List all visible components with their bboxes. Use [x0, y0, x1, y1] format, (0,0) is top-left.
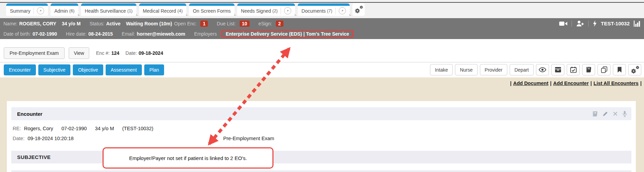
enc-date-value: 09-18-2024 — [139, 50, 163, 56]
re-age-sex: 34 y/o M — [95, 126, 114, 131]
date-label: Date: — [13, 136, 25, 141]
tab-settings-button[interactable] — [352, 3, 365, 16]
open-enc-badge[interactable]: 1 — [200, 21, 208, 27]
gears-icon[interactable] — [628, 64, 641, 75]
hire-date-value: 08-24-2015 — [88, 31, 113, 37]
section-nav-row: Encounter Subjective Objective Assessmen… — [0, 62, 644, 77]
encounter-card-title: Encounter — [11, 111, 42, 117]
tab-label: Needs Signed — [241, 8, 271, 14]
enc-date-label: Date: — [125, 50, 137, 56]
patient-age-sex: 34 y/o M — [62, 21, 81, 26]
lightning-icon[interactable] — [593, 20, 597, 27]
dob-value: 07-02-1990 — [32, 31, 57, 37]
depart-button[interactable]: Depart — [510, 64, 534, 75]
annotation-text: Employer/Payer not set if patient is lin… — [129, 155, 247, 161]
add-encounter-link[interactable]: Add Encounter — [553, 81, 589, 86]
popout-arrow-icon[interactable] — [339, 7, 346, 14]
tab-on-screen-forms[interactable]: On Screen Forms — [189, 3, 234, 16]
re-chart-id: (TEST-10032) — [122, 126, 153, 131]
tab-count: (4) — [177, 9, 183, 13]
action-links-row: |Add Document|Add Encounter|List All Enc… — [510, 81, 642, 86]
encounter-exam-type: Pre-Employment Exam — [223, 136, 274, 141]
enc-number-value: 124 — [111, 50, 119, 56]
patient-header-bar: Name: ROGERS, CORY 34 y/o M Status: Acti… — [0, 18, 644, 39]
status-label: Status: — [90, 21, 105, 26]
annotation-note-box: Employer/Payer not set if patient is lin… — [103, 147, 273, 169]
nurse-button[interactable]: Nurse — [455, 64, 477, 75]
book-icon[interactable] — [582, 64, 595, 75]
pencil-icon[interactable] — [603, 111, 608, 116]
tab-needs-signed[interactable]: Needs Signed (2) — [237, 3, 295, 16]
tab-medical-record[interactable]: Medical Record (4) — [139, 3, 187, 16]
tab-label: Admin — [54, 8, 68, 14]
employers-highlight-box: Enterprise Delivery Service (EDS) | Tom'… — [221, 30, 353, 38]
provider-button[interactable]: Provider — [480, 64, 507, 75]
popout-arrow-icon[interactable] — [284, 7, 291, 14]
name-label: Name: — [3, 21, 17, 26]
email-value: horner@mieweb.com — [137, 31, 185, 37]
gears-icon — [355, 6, 362, 13]
re-label: RE: — [13, 126, 21, 131]
top-divider — [0, 2, 644, 3]
tab-label: On Screen Forms — [193, 8, 230, 14]
re-patient-name: Rogers, Cory — [24, 126, 53, 131]
webchart-app: Summary Admin (6) Health Surveillance — [0, 0, 644, 172]
tab-admin[interactable]: Admin (6) — [51, 3, 78, 16]
next-section-header-partial — [11, 170, 631, 172]
tab-count: (7) — [327, 9, 332, 13]
tab-label: Medical Record — [143, 8, 176, 14]
close-icon[interactable] — [613, 111, 618, 116]
add-document-link[interactable]: Add Document — [513, 81, 548, 86]
eye-icon[interactable] — [536, 64, 549, 75]
tab-count: (6) — [69, 9, 75, 13]
tab-label: Summary — [10, 8, 30, 14]
encounter-card-header: Encounter — [11, 107, 631, 120]
copy-icon[interactable] — [598, 64, 611, 75]
esign-badge[interactable]: 2 — [276, 21, 283, 27]
tab-documents[interactable]: Documents (7) — [298, 3, 350, 16]
bookmark-icon[interactable] — [613, 64, 626, 75]
archive-box-icon[interactable] — [551, 64, 564, 75]
due-list-badge[interactable]: 10 — [240, 21, 250, 27]
person-add-icon[interactable] — [576, 21, 584, 27]
esign-label: eSign: — [258, 21, 272, 26]
encounter-content-area: |Add Document|Add Encounter|List All Enc… — [0, 77, 644, 172]
calendar-check-icon[interactable] — [567, 64, 580, 75]
nav-subjective-button[interactable]: Subjective — [38, 64, 71, 75]
patient-name: ROGERS, CORY — [19, 21, 56, 26]
patient-status: Active — [106, 21, 120, 26]
encounter-info-row: Pre-Employment Exam View Enc #: 124 Date… — [0, 39, 644, 62]
due-list-label: Due List: — [217, 21, 236, 26]
microphone-icon[interactable] — [622, 111, 627, 117]
email-label: Email: — [122, 31, 135, 37]
intake-button[interactable]: Intake — [430, 64, 453, 75]
list-all-encounters-link[interactable]: List All Encounters — [593, 81, 639, 86]
encounter-card: Encounter RE: — [7, 101, 636, 172]
tab-health-surveillance[interactable]: Health Surveillance (1) — [81, 3, 136, 16]
journal-icon[interactable] — [592, 111, 598, 117]
nav-encounter-button[interactable]: Encounter — [4, 64, 36, 75]
video-camera-icon[interactable] — [559, 21, 567, 26]
tab-count: (2) — [272, 9, 278, 13]
tab-label: Health Surveillance — [85, 8, 126, 14]
exam-type-button[interactable]: Pre-Employment Exam — [4, 47, 65, 59]
subjective-title: SUBJECTIVE — [11, 154, 51, 160]
chart-stats-icon[interactable] — [634, 21, 641, 27]
nav-plan-button[interactable]: Plan — [144, 64, 164, 75]
hire-date-label: Hire date: — [66, 31, 87, 37]
dob-label: Date of birth: — [3, 31, 31, 37]
popout-arrow-icon[interactable] — [37, 7, 44, 14]
enc-number-label: Enc #: — [96, 50, 110, 56]
nav-objective-button[interactable]: Objective — [73, 64, 103, 75]
encounter-date-line: Date: 09-18-2024 10:20:18 — [13, 136, 80, 141]
tab-summary[interactable]: Summary — [6, 3, 48, 16]
chart-tab-bar: Summary Admin (6) Health Surveillance — [0, 0, 644, 18]
re-dob: 07-02-1990 — [62, 126, 87, 131]
view-button[interactable]: View — [69, 47, 89, 59]
re-line: RE: Rogers, Cory 07-02-1990 34 y/o M (TE… — [13, 126, 160, 131]
encounter-datetime: 09-18-2024 10:20:18 — [28, 136, 74, 141]
chart-id: TEST-10032 — [601, 21, 630, 26]
nav-assessment-button[interactable]: Assessment — [106, 64, 142, 75]
waiting-room-status: Waiting Room (10m) — [126, 21, 172, 26]
employers-value: Enterprise Delivery Service (EDS) | Tom'… — [226, 31, 349, 37]
